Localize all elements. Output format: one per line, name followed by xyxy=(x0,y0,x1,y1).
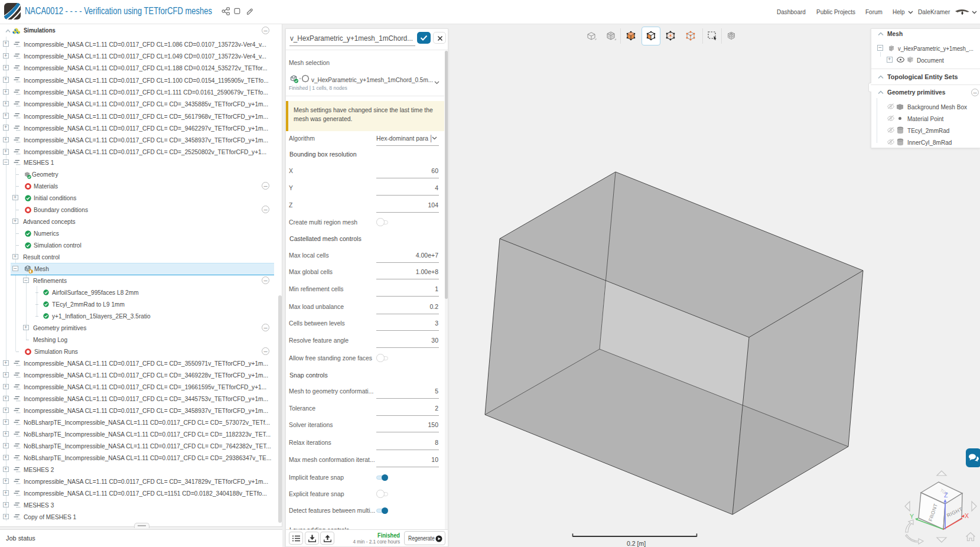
svg-text:Z: Z xyxy=(944,491,948,499)
svg-text:Y: Y xyxy=(910,513,914,520)
svg-text:X: X xyxy=(965,512,969,519)
svg-text:0.2 [m]: 0.2 [m] xyxy=(627,540,646,547)
